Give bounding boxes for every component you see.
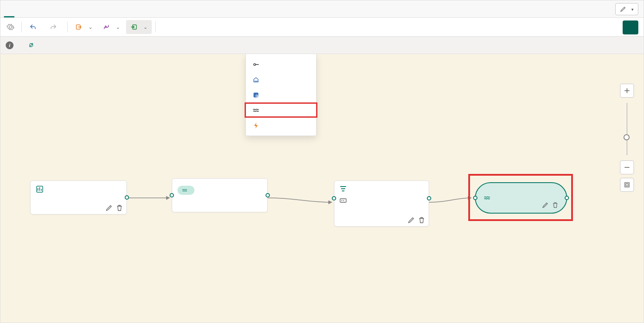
settings-button[interactable] — [3, 20, 18, 34]
undo-button[interactable] — [25, 20, 44, 34]
stream-pill[interactable] — [177, 186, 194, 195]
activator-icon — [252, 122, 260, 129]
pencil-icon[interactable] — [542, 202, 549, 208]
external-link-icon — [28, 43, 34, 48]
node-sample[interactable] — [172, 178, 268, 212]
zoom-slider-track[interactable] — [627, 103, 627, 155]
add-destination-icon — [130, 24, 137, 31]
pencil-icon[interactable] — [106, 204, 112, 211]
port-out[interactable] — [427, 196, 431, 201]
chevron-down-icon: ▾ — [631, 7, 634, 12]
info-bar: i — [0, 37, 644, 54]
stream-icon — [484, 194, 491, 201]
separator — [21, 22, 22, 32]
minus-icon — [624, 164, 630, 170]
dropdown-item-custom-endpoint[interactable] — [246, 57, 316, 72]
fit-icon — [624, 182, 630, 188]
port-in[interactable] — [170, 193, 174, 197]
node-filter[interactable] — [334, 180, 429, 227]
publish-button[interactable] — [623, 20, 638, 34]
condition-icon — [340, 197, 347, 204]
endpoint-icon — [252, 61, 260, 68]
stream-icon — [252, 106, 260, 114]
edit-button[interactable]: ▾ — [615, 3, 638, 15]
redo-icon — [50, 24, 57, 31]
pencil-icon[interactable] — [408, 217, 415, 224]
chevron-down-icon: ⌄ — [143, 24, 147, 30]
data-icon — [36, 185, 44, 193]
zoom-controls — [620, 84, 634, 192]
gear-icon — [7, 23, 14, 31]
dropdown-item-lakehouse[interactable] — [246, 72, 316, 87]
tab-strip: ▾ — [0, 0, 644, 17]
add-destination-button[interactable]: ⌄ — [126, 20, 152, 34]
svg-rect-8 — [626, 184, 628, 186]
add-source-icon — [75, 24, 82, 31]
zoom-out-button[interactable] — [620, 160, 634, 174]
port-out[interactable] — [565, 196, 569, 200]
port-out[interactable] — [125, 195, 129, 200]
separator — [155, 22, 156, 32]
tab-home[interactable] — [4, 8, 14, 17]
transform-events-button[interactable]: ⌄ — [99, 20, 124, 34]
trash-icon[interactable] — [116, 204, 123, 211]
node-mysample[interactable] — [30, 180, 127, 214]
zoom-in-button[interactable] — [620, 84, 634, 98]
lakehouse-icon — [252, 76, 260, 84]
port-in[interactable] — [332, 196, 336, 201]
info-icon: i — [6, 41, 14, 49]
transform-icon — [103, 24, 110, 31]
dropdown-item-eventhouse[interactable] — [246, 87, 316, 102]
redo-button[interactable] — [45, 20, 64, 34]
fit-to-screen-button[interactable] — [620, 178, 634, 192]
add-destination-dropdown — [245, 54, 317, 136]
pencil-icon — [620, 6, 626, 12]
chevron-down-icon: ⌄ — [89, 24, 92, 30]
svg-rect-7 — [625, 183, 629, 187]
trash-icon[interactable] — [552, 202, 559, 208]
port-out[interactable] — [266, 193, 270, 197]
eventhouse-icon — [252, 91, 260, 99]
node-derived[interactable] — [475, 182, 567, 214]
filter-icon — [340, 185, 347, 192]
separator — [67, 22, 68, 32]
dropdown-item-stream[interactable] — [245, 102, 317, 118]
dropdown-item-activator[interactable] — [246, 118, 316, 133]
zoom-slider-handle[interactable] — [624, 134, 630, 140]
undo-icon — [30, 24, 37, 31]
add-source-button[interactable]: ⌄ — [71, 20, 97, 34]
stream-icon — [182, 187, 187, 193]
chevron-down-icon: ⌄ — [116, 24, 120, 30]
plus-icon — [624, 88, 630, 94]
learn-more-link[interactable] — [27, 43, 34, 48]
canvas[interactable] — [0, 54, 644, 323]
port-in[interactable] — [473, 196, 477, 200]
trash-icon[interactable] — [418, 217, 425, 224]
toolbar: ⌄ ⌄ ⌄ — [0, 17, 644, 37]
